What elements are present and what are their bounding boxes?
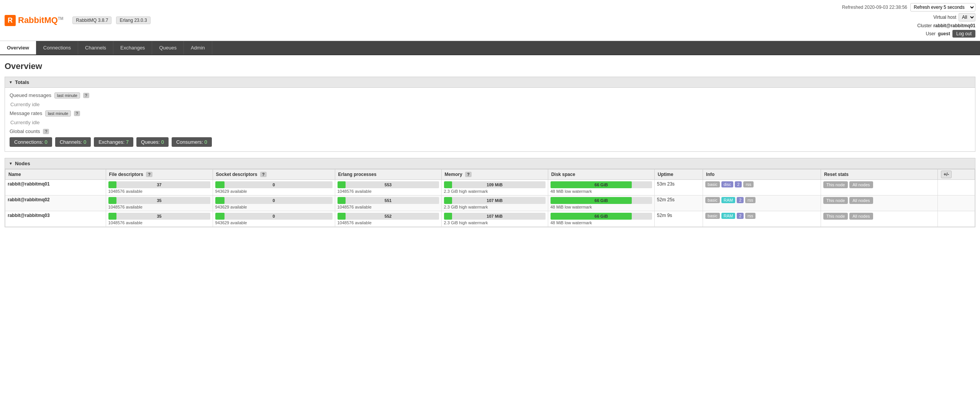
- nav-item-admin[interactable]: Admin: [184, 41, 212, 54]
- channels-count-btn[interactable]: Channels: 0: [55, 137, 91, 147]
- refresh-select[interactable]: Refresh every 5 seconds Refresh every 10…: [910, 3, 975, 12]
- nav-item-connections[interactable]: Connections: [36, 41, 78, 54]
- socket-desc-bar: 0: [215, 213, 333, 220]
- table-row: rabbit@rabbitmq03 35 1048576 available 0…: [5, 211, 975, 227]
- vhost-select[interactable]: All: [959, 13, 975, 21]
- info-tag: basic: [705, 213, 720, 219]
- memory-value: 107 MiB: [444, 197, 546, 204]
- connections-count-btn[interactable]: Connections: 0: [10, 137, 52, 147]
- user-row: User guest Log out: [926, 30, 975, 38]
- reset-all-nodes-button[interactable]: All nodes: [849, 197, 873, 204]
- nav-item-channels[interactable]: Channels: [78, 41, 113, 54]
- file-desc-bar: 37: [108, 181, 210, 188]
- nav-item-queues[interactable]: Queues: [152, 41, 184, 54]
- info-tag: rss: [743, 181, 754, 187]
- logo-text: RabbitMQTM: [18, 15, 63, 25]
- col-name: Name: [5, 169, 106, 180]
- uptime-cell: 53m 23s: [654, 180, 703, 196]
- socket-desc-cell: 0 943629 available: [213, 211, 335, 227]
- message-rates-badge: last minute: [45, 110, 71, 117]
- info-tag: RAM: [721, 213, 735, 219]
- nodes-section-header[interactable]: ▼ Nodes: [5, 158, 975, 169]
- queues-count-btn[interactable]: Queues: 0: [136, 137, 169, 147]
- top-right: Refreshed 2020-09-03 22:38:56 Refresh ev…: [842, 3, 975, 38]
- file-desc-cell: 35 1048576 available: [106, 196, 213, 211]
- consumers-count: 0: [205, 139, 207, 145]
- file-desc-help[interactable]: ?: [146, 172, 152, 177]
- exchanges-count-btn[interactable]: Exchanges: 7: [94, 137, 133, 147]
- user-label: User: [926, 31, 936, 36]
- nav-item-overview[interactable]: Overview: [0, 41, 36, 54]
- erlang-available: 1048576 available: [338, 220, 439, 225]
- col-socket-desc: Socket descriptors ?: [213, 169, 335, 180]
- file-desc-available: 1048576 available: [108, 189, 210, 194]
- info-cell: basicdisc2rss: [703, 180, 821, 196]
- logout-button[interactable]: Log out: [952, 30, 975, 38]
- message-rates-help[interactable]: ?: [74, 111, 80, 116]
- message-rates-label: Message rates: [10, 110, 42, 116]
- page-title: Overview: [5, 61, 975, 71]
- reset-this-node-button[interactable]: This node: [823, 213, 848, 220]
- socket-desc-help[interactable]: ?: [260, 172, 267, 177]
- info-tags: basicdisc2rss: [705, 181, 818, 187]
- plus-minus-btn[interactable]: +/-: [941, 171, 952, 178]
- file-desc-available: 1048576 available: [108, 205, 210, 209]
- disk-sub: 48 MiB low watermark: [551, 189, 652, 194]
- logo-rabbit: Rabbit: [18, 15, 44, 25]
- main-content: Overview ▼ Totals Queued messages last m…: [0, 55, 980, 240]
- table-row: rabbit@rabbitmq01 37 1048576 available 0…: [5, 180, 975, 196]
- info-tags: basicRAM2rss: [705, 197, 818, 203]
- file-desc-bar: 35: [108, 213, 210, 220]
- erlang-value: 552: [338, 213, 439, 220]
- info-tags: basicRAM2rss: [705, 213, 818, 219]
- info-tag: basic: [705, 197, 720, 203]
- global-counts-help[interactable]: ?: [43, 129, 49, 134]
- col-plus-minus: +/-: [937, 169, 975, 180]
- info-tag: 2: [737, 213, 744, 219]
- global-counts-buttons: Connections: 0 Channels: 0 Exchanges: 7 …: [10, 137, 970, 147]
- reset-stats-cell: This node All nodes: [821, 196, 937, 211]
- empty-col: [937, 180, 975, 196]
- info-tag: rss: [745, 213, 755, 219]
- memory-bar: 107 MiB: [444, 197, 546, 204]
- disk-bar: 66 GiB: [551, 181, 652, 188]
- totals-section-header[interactable]: ▼ Totals: [5, 77, 975, 88]
- info-tag: 2: [735, 181, 742, 187]
- exchanges-count: 7: [126, 139, 129, 145]
- uptime-cell: 52m 25s: [654, 196, 703, 211]
- nav-item-exchanges[interactable]: Exchanges: [113, 41, 152, 54]
- socket-desc-bar: 0: [215, 197, 333, 204]
- info-tag: basic: [705, 181, 720, 187]
- file-desc-value: 35: [108, 213, 210, 220]
- nodes-table-header-row: Name File descriptors ? Socket descripto…: [5, 169, 975, 180]
- file-desc-available: 1048576 available: [108, 220, 210, 225]
- socket-desc-value: 0: [215, 213, 333, 220]
- erlang-cell: 552 1048576 available: [335, 211, 441, 227]
- col-disk: Disk space: [548, 169, 654, 180]
- info-tag: 2: [737, 197, 744, 203]
- memory-value: 109 MiB: [444, 181, 546, 188]
- nodes-table: Name File descriptors ? Socket descripto…: [5, 169, 975, 227]
- col-memory: Memory ?: [441, 169, 548, 180]
- disk-cell: 66 GiB 48 MiB low watermark: [548, 196, 654, 211]
- reset-all-nodes-button[interactable]: All nodes: [849, 213, 873, 220]
- uptime-value: 52m 25s: [657, 197, 675, 202]
- reset-this-node-button[interactable]: This node: [823, 197, 848, 204]
- nodes-arrow: ▼: [9, 161, 13, 166]
- memory-help[interactable]: ?: [465, 172, 472, 177]
- node-name-cell: rabbit@rabbitmq03: [5, 211, 106, 227]
- vhost-row: Virtual host All: [933, 13, 975, 21]
- nav: Overview Connections Channels Exchanges …: [0, 41, 980, 55]
- socket-desc-value: 0: [215, 181, 333, 188]
- erlang-value: 553: [338, 181, 439, 188]
- queued-messages-help[interactable]: ?: [83, 93, 89, 98]
- cluster-label: Cluster: [917, 23, 932, 28]
- reset-this-node-button[interactable]: This node: [823, 181, 848, 188]
- socket-desc-cell: 0 943629 available: [213, 196, 335, 211]
- erlang-bar: 551: [338, 197, 439, 204]
- info-cell: basicRAM2rss: [703, 211, 821, 227]
- disk-sub: 48 MiB low watermark: [551, 205, 652, 209]
- node-name-cell: rabbit@rabbitmq02: [5, 196, 106, 211]
- reset-all-nodes-button[interactable]: All nodes: [849, 181, 873, 188]
- consumers-count-btn[interactable]: Consumers: 0: [172, 137, 212, 147]
